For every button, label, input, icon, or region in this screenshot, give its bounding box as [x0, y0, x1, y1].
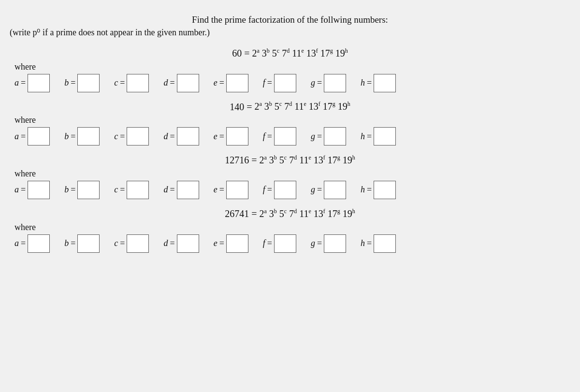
input-b-problem-0[interactable] — [77, 74, 100, 92]
var-label-f: f — [263, 238, 265, 248]
exp-e: e — [308, 208, 311, 215]
input-h-problem-2[interactable] — [374, 181, 396, 199]
var-label-d: d — [163, 131, 168, 142]
input-b-problem-1[interactable] — [77, 127, 100, 145]
var-label-a: a — [14, 185, 19, 195]
equals-sign: = — [267, 78, 272, 88]
var-group-b-2: b = — [64, 181, 100, 199]
input-d-problem-3[interactable] — [177, 234, 199, 253]
input-f-problem-3[interactable] — [274, 234, 296, 253]
exp-e: e — [304, 101, 306, 108]
where-label-2: where — [14, 169, 570, 179]
equals-sign: = — [71, 78, 75, 88]
input-b-problem-3[interactable] — [77, 234, 100, 253]
where-label-1: where — [14, 115, 570, 125]
base-3: 3b — [269, 155, 277, 165]
input-g-problem-1[interactable] — [324, 127, 346, 145]
input-f-problem-1[interactable] — [274, 127, 296, 145]
input-h-problem-0[interactable] — [374, 74, 396, 92]
base-3: 3b — [262, 48, 270, 58]
input-e-problem-2[interactable] — [226, 181, 248, 199]
equals-sign: = — [170, 185, 174, 195]
equals-sign: = — [317, 238, 322, 248]
where-label-3: where — [14, 222, 570, 232]
base-17: 17g — [328, 208, 340, 219]
input-f-problem-2[interactable] — [274, 181, 296, 199]
input-f-problem-0[interactable] — [274, 74, 296, 92]
var-label-b: b — [64, 78, 69, 88]
eq-number: 26741 — [225, 208, 249, 219]
input-b-problem-2[interactable] — [77, 181, 100, 199]
input-c-problem-0[interactable] — [127, 74, 149, 92]
var-label-d: d — [163, 78, 168, 88]
input-a-problem-1[interactable] — [28, 127, 50, 145]
equals-sign: = — [71, 238, 75, 248]
problem-block-26741: 26741 = 2a 3b 5c 7d 11e 13f 17g 19hwhere… — [10, 208, 570, 253]
base-19: 19h — [343, 208, 355, 219]
exp-g: g — [337, 208, 340, 215]
base-19: 19h — [338, 101, 350, 112]
equals-sign: = — [219, 185, 224, 195]
base-11: 11e — [294, 101, 306, 112]
input-a-problem-0[interactable] — [28, 74, 50, 92]
input-h-problem-1[interactable] — [374, 127, 396, 145]
var-group-d-0: d = — [163, 74, 199, 92]
input-a-problem-2[interactable] — [28, 181, 50, 199]
eq-number: 12716 — [225, 155, 249, 165]
equals-sign: = — [21, 185, 26, 195]
input-d-problem-2[interactable] — [177, 181, 199, 199]
var-label-d: d — [163, 185, 168, 195]
problem-block-12716: 12716 = 2a 3b 5c 7d 11e 13f 17g 19hwhere… — [10, 154, 570, 199]
base-11: 11e — [299, 155, 311, 165]
input-h-problem-3[interactable] — [374, 234, 396, 253]
var-group-h-0: h = — [361, 74, 396, 92]
base-17: 17g — [323, 101, 335, 112]
input-row-26741: a =b =c =d =e =f =g =h = — [14, 234, 570, 253]
input-e-problem-0[interactable] — [226, 74, 248, 92]
input-c-problem-2[interactable] — [127, 181, 149, 199]
var-label-c: c — [114, 78, 118, 88]
input-e-problem-1[interactable] — [226, 127, 248, 145]
var-label-e: e — [214, 78, 218, 88]
input-c-problem-3[interactable] — [127, 234, 149, 253]
input-g-problem-0[interactable] — [324, 74, 346, 92]
input-row-12716: a =b =c =d =e =f =g =h = — [14, 181, 570, 199]
input-c-problem-1[interactable] — [127, 127, 149, 145]
equals-sign: = — [267, 238, 272, 248]
base-2: 2a — [260, 155, 267, 165]
var-group-d-3: d = — [163, 234, 199, 253]
header-line1: Find the prime factorization of the foll… — [10, 15, 570, 25]
var-label-e: e — [214, 238, 218, 248]
equals-sign: = — [120, 78, 125, 88]
base-11: 11e — [299, 208, 311, 219]
equals-sign: = — [267, 185, 272, 195]
exp-g: g — [337, 154, 340, 161]
input-row-60: a =b =c =d =e =f =g =h = — [14, 74, 570, 92]
input-g-problem-3[interactable] — [324, 234, 346, 253]
var-group-f-2: f = — [263, 181, 296, 199]
base-13: 13f — [314, 208, 325, 219]
equals-sign: = — [120, 131, 125, 142]
var-group-g-2: g = — [311, 181, 346, 199]
exp-e: e — [301, 47, 304, 54]
base-3: 3b — [264, 101, 272, 112]
var-group-a-1: a = — [14, 127, 50, 145]
equals-sign: = — [170, 78, 174, 88]
problem-block-140: 140 = 2a 3b 5c 7d 11e 13f 17g 19hwherea … — [10, 101, 570, 146]
input-a-problem-3[interactable] — [28, 234, 50, 253]
var-label-f: f — [263, 185, 265, 195]
var-label-e: e — [214, 131, 218, 142]
input-d-problem-1[interactable] — [177, 127, 199, 145]
var-label-h: h — [361, 131, 365, 142]
header-line2: (write p⁰ if a prime does not appear in … — [10, 27, 570, 38]
input-g-problem-2[interactable] — [324, 181, 346, 199]
equals-sign: = — [317, 131, 322, 142]
var-label-c: c — [114, 238, 118, 248]
input-d-problem-0[interactable] — [177, 74, 199, 92]
equals-sign: = — [219, 131, 224, 142]
var-group-h-2: h = — [361, 181, 396, 199]
input-e-problem-3[interactable] — [226, 234, 248, 253]
equals-sign: = — [219, 78, 224, 88]
var-label-a: a — [14, 131, 19, 142]
var-group-h-1: h = — [361, 127, 396, 145]
